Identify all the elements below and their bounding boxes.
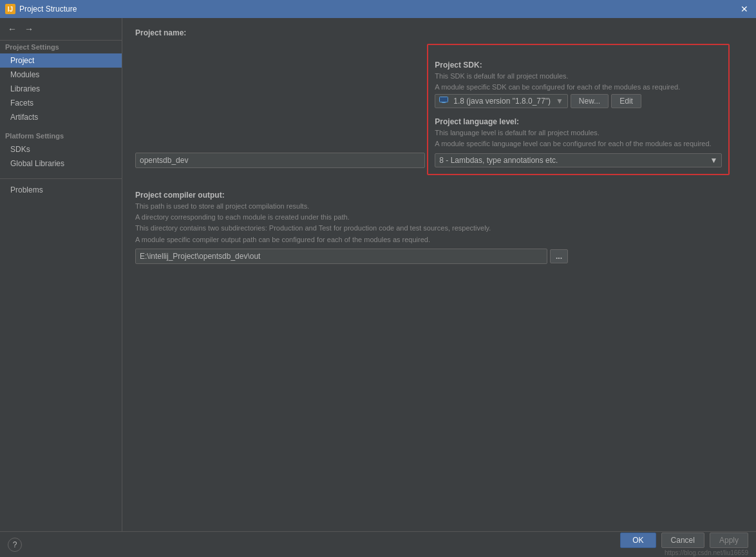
title-bar-left: IJ Project Structure — [5, 4, 77, 14]
project-sdk-desc1: This SDK is default for all project modu… — [435, 71, 722, 81]
ok-button[interactable]: OK — [620, 533, 656, 548]
bottom-bar-right: OK Cancel Apply https://blog.csdn.net/li… — [620, 533, 748, 556]
platform-settings-header: Platform Settings — [0, 129, 122, 142]
compiler-output-row: ... — [135, 249, 743, 264]
edit-sdk-button[interactable]: Edit — [611, 94, 641, 108]
dialog-title: Project Structure — [19, 5, 77, 14]
help-button[interactable]: ? — [8, 538, 22, 552]
language-level-select[interactable]: 8 - Lambdas, type annotations etc. ▼ — [435, 153, 722, 167]
svg-rect-0 — [440, 97, 448, 102]
compiler-output-desc4: A module specific compiler output path c… — [135, 235, 743, 245]
apply-button[interactable]: Apply — [710, 533, 748, 548]
sidebar-item-facets[interactable]: Facets — [0, 96, 122, 110]
sidebar-nav-buttons: ← → — [0, 18, 122, 41]
sidebar-bottom-section: Problems — [0, 178, 122, 197]
compiler-output-desc1: This path is used to store all project c… — [135, 202, 743, 211]
language-level-title: Project language level: — [435, 117, 722, 126]
monitor-icon — [439, 97, 448, 106]
sidebar-item-sdks[interactable]: SDKs — [0, 142, 122, 156]
cancel-button[interactable]: Cancel — [661, 533, 704, 548]
forward-button[interactable]: → — [22, 22, 36, 36]
sidebar-item-problems[interactable]: Problems — [0, 183, 122, 197]
sdk-value: 1.8 (java version "1.8.0_77") — [453, 97, 551, 106]
language-level-row: 8 - Lambdas, type annotations etc. ▼ — [435, 153, 722, 167]
language-level-desc2: A module specific language level can be … — [435, 139, 722, 149]
sidebar-item-global-libraries[interactable]: Global Libraries — [0, 156, 122, 171]
sidebar: ← → Project Settings Project Modules Lib… — [0, 18, 122, 531]
project-settings-header: Project Settings — [0, 41, 122, 53]
sdk-row: 1.8 (java version "1.8.0_77") ▼ New... E… — [435, 94, 722, 108]
project-sdk-desc2: A module specific SDK can be configured … — [435, 82, 722, 92]
bottom-bar-left: ? — [8, 538, 22, 552]
action-buttons: OK Cancel Apply — [620, 533, 748, 548]
sdk-select[interactable]: 1.8 (java version "1.8.0_77") ▼ — [435, 94, 568, 108]
title-bar: IJ Project Structure ✕ — [0, 0, 756, 18]
language-level-arrow: ▼ — [710, 156, 717, 165]
watermark: https://blog.csdn.net/liu16659 — [665, 549, 748, 556]
app-icon: IJ — [5, 4, 15, 14]
compiler-output-desc2: A directory corresponding to each module… — [135, 212, 743, 222]
sidebar-item-artifacts[interactable]: Artifacts — [0, 110, 122, 124]
project-sdk-title: Project SDK: — [435, 61, 722, 70]
sdk-language-box: Project SDK: This SDK is default for all… — [427, 44, 730, 175]
project-name-input[interactable] — [135, 153, 425, 168]
compiler-output-title: Project compiler output: — [135, 191, 743, 200]
language-level-value: 8 - Lambdas, type annotations etc. — [439, 156, 558, 165]
compiler-output-input[interactable] — [135, 249, 547, 264]
sidebar-item-modules[interactable]: Modules — [0, 68, 122, 82]
sidebar-item-libraries[interactable]: Libraries — [0, 82, 122, 96]
browse-button[interactable]: ... — [550, 249, 568, 263]
new-sdk-button[interactable]: New... — [571, 94, 609, 108]
language-level-desc1: This language level is default for all p… — [435, 128, 722, 138]
project-name-label: Project name: — [135, 28, 743, 37]
right-panel: Project name: Project SDK: This SDK is d… — [122, 18, 756, 531]
sdk-dropdown-arrow: ▼ — [556, 97, 563, 106]
bottom-bar: ? OK Cancel Apply https://blog.csdn.net/… — [0, 531, 756, 557]
back-button[interactable]: ← — [5, 22, 19, 36]
close-button[interactable]: ✕ — [738, 3, 751, 15]
sidebar-item-project[interactable]: Project — [0, 53, 122, 68]
main-content: ← → Project Settings Project Modules Lib… — [0, 18, 756, 531]
compiler-output-desc3: This directory contains two subdirectori… — [135, 223, 743, 233]
